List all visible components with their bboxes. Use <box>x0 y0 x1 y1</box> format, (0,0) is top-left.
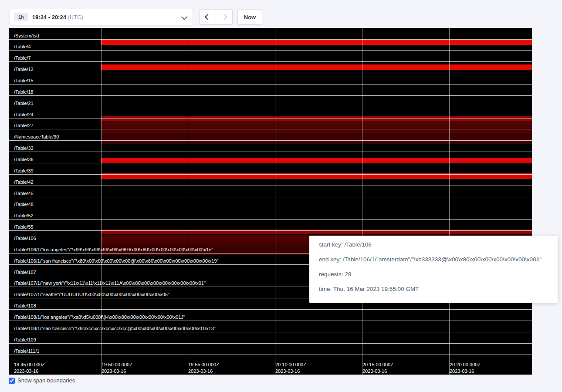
span-key-label: /Table/111/1 <box>14 348 39 354</box>
x-axis-time-label: 19:45:00.000Z <box>14 362 45 368</box>
span-key-label: /System/tsd <box>14 33 39 39</box>
x-axis-date-label: 2023-03-16 <box>14 368 38 374</box>
time-range-picker[interactable]: 1h 19:24 - 20:24 (UTC) <box>10 9 193 25</box>
span-key-label: /Table/21 <box>14 101 34 106</box>
span-key-label: /Table/106/1/"los angeles"/"\x99\x99\x99… <box>14 247 213 253</box>
span-key-label: /Table/107/1/"new york"/"\x11\x11\x11\x1… <box>14 280 206 286</box>
span-key-label: /Table/109 <box>14 337 36 343</box>
now-button[interactable]: Now <box>237 9 262 25</box>
span-boundary-line <box>9 107 532 107</box>
span-key-label: /Table/108/1/"los angeles"/"\xa8\xf5\u00… <box>14 314 185 320</box>
heat-band-high[interactable] <box>101 40 532 45</box>
time-gridline <box>449 27 450 375</box>
span-key-label: /Table/106/1/"san francisco"/"\x80\x00\x… <box>14 258 219 264</box>
span-boundary-line <box>9 174 532 175</box>
span-boundary-line <box>9 129 532 129</box>
span-key-label: /Table/39 <box>14 168 34 174</box>
span-boundary-line <box>9 73 532 73</box>
span-key-label: /Table/18 <box>14 89 34 95</box>
tooltip-end-key: end key: /Table/106/1/"amsterdam"/"\xb33… <box>319 252 548 267</box>
chevron-left-icon <box>205 14 211 20</box>
x-axis-date-label: 2023-03-16 <box>102 368 126 374</box>
heat-band-medium[interactable] <box>101 116 532 121</box>
span-boundary-line <box>9 197 532 197</box>
key-visualizer-page: 1h 19:24 - 20:24 (UTC) Now /System/tsd/T… <box>0 0 562 392</box>
x-axis-date-label: 2023-03-16 <box>275 368 300 374</box>
span-boundary-line <box>9 230 532 231</box>
span-key-label: /Table/36 <box>14 157 34 162</box>
time-gridline <box>362 27 362 375</box>
tooltip-time: time: Thu, 16 Mar 2023 19:55:00 GMT <box>319 282 548 297</box>
span-boundary-line <box>9 61 532 62</box>
x-axis-time-label: 20:10:00.000Z <box>275 362 306 368</box>
span-key-label: /Table/33 <box>14 145 34 151</box>
span-boundary-line <box>9 84 532 84</box>
timezone-label: (UTC) <box>68 14 83 20</box>
canvas-top-boundary <box>9 27 532 28</box>
span-key-label: /Table/108 <box>14 303 36 309</box>
chevron-right-icon <box>221 14 227 20</box>
bucket-tooltip: start key: /Table/106 end key: /Table/10… <box>309 236 558 303</box>
span-key-label: /Table/45 <box>14 191 34 196</box>
span-boundary-line <box>9 309 532 310</box>
heat-band-high[interactable] <box>101 158 532 163</box>
time-gridline <box>101 27 102 375</box>
span-key-label: /Table/7 <box>14 55 31 61</box>
span-boundary-line <box>9 163 532 163</box>
show-span-boundaries-label: Show span boundaries <box>17 377 75 384</box>
span-key-label: /Table/15 <box>14 78 34 84</box>
x-axis-date-label: 2023-03-16 <box>450 368 474 374</box>
span-key-label: /Table/4 <box>14 44 31 50</box>
tooltip-start-key: start key: /Table/106 <box>319 237 548 252</box>
span-key-label: /Table/48 <box>14 202 34 207</box>
span-boundary-line <box>9 343 532 344</box>
span-key-label: /Table/108/1/"san francisco"/"\x8c\xcc\x… <box>14 326 216 331</box>
time-nav-group <box>200 9 233 25</box>
span-key-label: /Table/27 <box>14 123 34 128</box>
duration-badge: 1h <box>14 13 28 21</box>
x-axis-date-label: 2023-03-16 <box>362 368 387 374</box>
span-key-label: /Table/107 <box>14 270 36 275</box>
span-boundary-line <box>9 95 532 96</box>
x-axis-time-label: 20:15:00.000Z <box>362 362 393 368</box>
span-boundary-line <box>9 219 532 220</box>
span-key-label: /Table/42 <box>14 179 34 185</box>
time-range-label: 19:24 - 20:24 (UTC) <box>32 14 83 20</box>
show-span-boundaries[interactable]: Show span boundaries <box>9 377 75 384</box>
heat-band-low[interactable] <box>101 121 532 133</box>
span-key-label: /Table/55 <box>14 224 34 230</box>
span-key-label: /Table/107/1/"seattle"/"UUUUUUD\x00\x80\… <box>14 292 169 297</box>
span-key-label: /Table/24 <box>14 112 34 118</box>
span-boundary-line <box>9 186 532 186</box>
x-axis-date-label: 2023-03-16 <box>188 368 213 374</box>
x-axis-time-label: 19:55:00.000Z <box>188 362 219 368</box>
span-boundary-line <box>9 321 532 321</box>
span-boundary-line <box>9 208 532 208</box>
show-span-boundaries-checkbox[interactable] <box>9 378 15 384</box>
chevron-down-icon <box>182 13 186 21</box>
span-boundary-line <box>9 140 532 141</box>
x-axis-time-label: 19:50:00.000Z <box>102 362 132 368</box>
tooltip-requests: requests: 28 <box>319 267 548 282</box>
span-key-label: /NamespaceTable/30 <box>14 134 59 140</box>
span-boundary-line <box>9 355 532 355</box>
prev-time-button[interactable] <box>200 9 216 25</box>
time-gridline <box>188 27 188 375</box>
time-range-value: 19:24 - 20:24 <box>32 14 66 20</box>
span-boundary-line <box>9 39 532 40</box>
span-boundary-line <box>9 152 532 152</box>
x-axis-time-label: 20:20:00.000Z <box>450 362 481 368</box>
time-gridline <box>275 27 275 375</box>
heat-band-high[interactable] <box>101 64 532 70</box>
keyspace-heatmap-canvas[interactable]: /System/tsd/Table/4/Table/7/Table/12/Tab… <box>9 27 532 375</box>
next-time-button[interactable] <box>216 9 233 25</box>
span-boundary-line <box>9 332 532 332</box>
span-boundary-line <box>9 118 532 118</box>
heat-band-low[interactable] <box>101 133 532 144</box>
span-key-label: /Table/52 <box>14 213 34 219</box>
span-boundary-line <box>9 50 532 51</box>
span-key-label: /Table/106 <box>14 236 36 241</box>
span-key-label: /Table/12 <box>14 67 34 72</box>
